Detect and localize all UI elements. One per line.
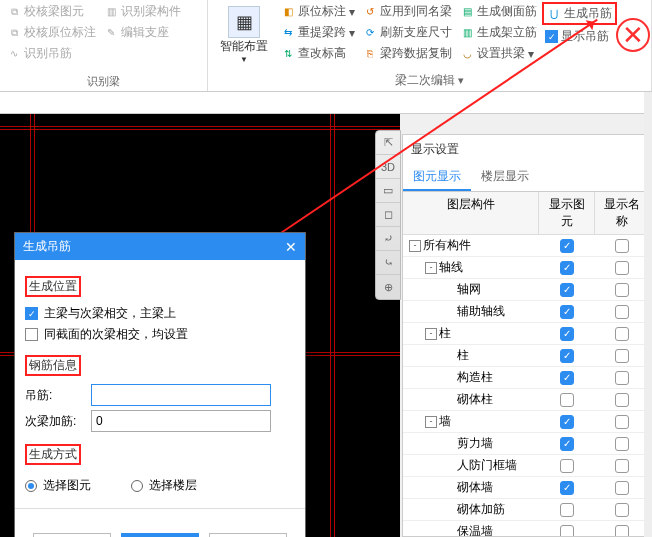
ribbon-set-arch[interactable]: ◡设置拱梁 ▾ [457,44,540,63]
ribbon-gen-erect[interactable]: ▥生成架立筋 [457,23,540,42]
btn-ok[interactable]: 确定 [121,533,199,537]
checkbox-show-name[interactable] [615,261,629,275]
ribbon-elev[interactable]: ⇅查改标高 [278,44,358,63]
dialog-close-icon[interactable]: ✕ [285,239,297,255]
section-rebar-info: 钢筋信息 [25,355,81,376]
checkbox-show-elem[interactable] [560,393,574,407]
checkbox-show-elem[interactable] [560,239,574,253]
checkbox-show-name[interactable] [615,437,629,451]
ribbon-gen-hanging[interactable]: ⋃生成吊筋 [542,2,617,25]
checkbox-show-name[interactable] [615,415,629,429]
checkbox-icon[interactable] [545,30,558,43]
ribbon-respan[interactable]: ⇆重提梁跨 ▾ [278,23,358,42]
checkbox-show-name[interactable] [615,393,629,407]
ribbon-origin-label[interactable]: ◧原位标注 ▾ [278,2,358,21]
tool-rotccw[interactable]: ⤾ [376,227,400,251]
table-row[interactable]: 柱 [403,345,649,367]
table-row[interactable]: 构造柱 [403,367,649,389]
ribbon-check-beam[interactable]: ⧉校核梁图元 [4,2,99,21]
table-row[interactable]: 保温墙 [403,521,649,536]
panel-title: 显示设置 [403,135,649,164]
table-row[interactable]: -轴线 [403,257,649,279]
ribbon-edit-support[interactable]: ✎编辑支座 [101,23,184,42]
checkbox-show-name[interactable] [615,327,629,341]
dialog-titlebar[interactable]: 生成吊筋 ✕ [15,233,305,260]
section-gen-position: 生成位置 [25,276,81,297]
table-row[interactable]: 砌体柱 [403,389,649,411]
checkbox-show-name[interactable] [615,525,629,537]
checkbox-show-name[interactable] [615,371,629,385]
close-annotation-icon: ✕ [616,18,650,52]
checkbox-show-elem[interactable] [560,437,574,451]
checkbox-show-name[interactable] [615,503,629,517]
checkbox-show-elem[interactable] [560,283,574,297]
checkbox-show-elem[interactable] [560,525,574,537]
ribbon-smart-layout[interactable]: ▦ 智能布置▼ [212,2,276,68]
input-sub-add[interactable] [91,410,271,432]
radio-select-elem[interactable] [25,480,37,492]
tree-header: 图层构件 显示图元 显示名称 [403,192,649,235]
tree-body[interactable]: -所有构件-轴线轴网辅助轴线-柱柱构造柱砌体柱-墙剪力墙人防门框墙砌体墙砌体加筋… [403,235,649,536]
radio-select-floor[interactable] [131,480,143,492]
checkbox-show-elem[interactable] [560,349,574,363]
ribbon-ident-comp[interactable]: ▥识别梁构件 [101,2,184,21]
table-row[interactable]: -墙 [403,411,649,433]
tool-face[interactable]: ◻ [376,203,400,227]
ribbon-copy-span[interactable]: ⎘梁跨数据复制 [360,44,455,63]
checkbox-show-name[interactable] [615,481,629,495]
display-panel: 显示设置 图元显示 楼层显示 图层构件 显示图元 显示名称 -所有构件-轴线轴网… [402,134,650,537]
table-row[interactable]: 砌体加筋 [403,499,649,521]
checkbox-show-elem[interactable] [560,415,574,429]
tool-rotcw[interactable]: ⤿ [376,251,400,275]
tab-element[interactable]: 图元显示 [403,164,471,191]
checkbox-show-elem[interactable] [560,371,574,385]
checkbox-show-elem[interactable] [560,305,574,319]
checkbox-show-elem[interactable] [560,261,574,275]
tool-rect[interactable]: ▭ [376,179,400,203]
table-row[interactable]: 辅助轴线 [403,301,649,323]
panel-tabs: 图元显示 楼层显示 [403,164,649,192]
ribbon-apply-same[interactable]: ↺应用到同名梁 [360,2,455,21]
expander-icon[interactable]: - [425,328,437,340]
table-row[interactable]: 人防门框墙 [403,455,649,477]
table-row[interactable]: 轴网 [403,279,649,301]
checkbox-show-elem[interactable] [560,503,574,517]
ribbon-check-origin[interactable]: ⧉校核原位标注 [4,23,99,42]
checkbox-show-name[interactable] [615,283,629,297]
table-row[interactable]: 砌体墙 [403,477,649,499]
btn-cancel[interactable]: 取消 [209,533,287,537]
tab-floor[interactable]: 楼层显示 [471,164,539,191]
checkbox-show-elem[interactable] [560,327,574,341]
gen-hanging-dialog: 生成吊筋 ✕ 生成位置 主梁与次梁相交，主梁上 同截面的次梁相交，均设置 钢筋信… [14,232,306,537]
chk-main-sub[interactable] [25,307,38,320]
group-label-2: 梁二次编辑 ▾ [212,70,647,89]
input-hanging[interactable] [91,384,271,406]
dialog-title: 生成吊筋 [23,238,71,255]
checkbox-show-name[interactable] [615,305,629,319]
chk-same-section[interactable] [25,328,38,341]
checkbox-show-name[interactable] [615,349,629,363]
checkbox-show-name[interactable] [615,459,629,473]
scrollbar[interactable] [644,92,652,537]
subbar [0,92,652,114]
expander-icon[interactable]: - [425,416,437,428]
checkbox-show-elem[interactable] [560,481,574,495]
table-row[interactable]: 剪力墙 [403,433,649,455]
group-label-1: 识别梁 [4,72,203,89]
tool-zoom[interactable]: ⊕ [376,275,400,299]
expander-icon[interactable]: - [425,262,437,274]
table-row[interactable]: -所有构件 [403,235,649,257]
checkbox-show-name[interactable] [615,239,629,253]
expander-icon[interactable]: - [409,240,421,252]
section-gen-mode: 生成方式 [25,444,81,465]
tool-cursor[interactable]: ⇱ [376,131,400,155]
ribbon-ident-hang[interactable]: ∿识别吊筋 [4,44,99,63]
checkbox-show-elem[interactable] [560,459,574,473]
ribbon-gen-side[interactable]: ▤生成侧面筋 [457,2,540,21]
btn-view-desc[interactable]: 查看说明 [33,533,111,537]
table-row[interactable]: -柱 [403,323,649,345]
ribbon-refresh-support[interactable]: ⟳刷新支座尺寸 [360,23,455,42]
